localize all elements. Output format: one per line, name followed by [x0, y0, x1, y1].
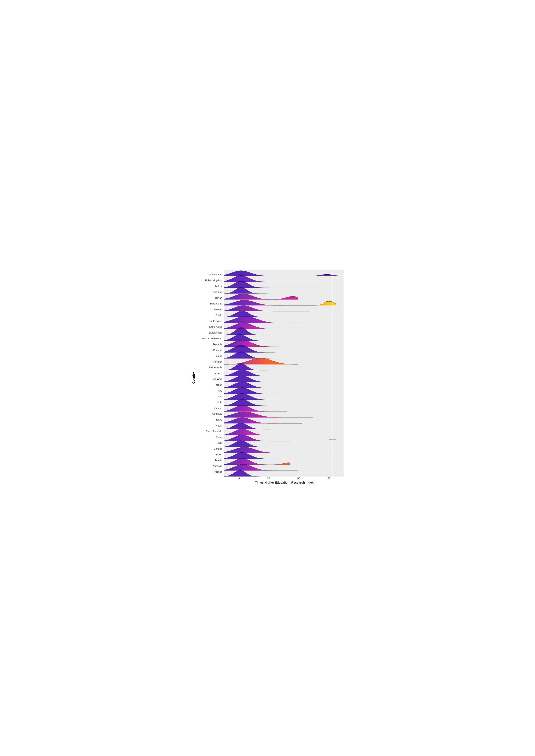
y-label-spain: Spain — [196, 312, 223, 318]
y-label-saudi-arabia: Saudi Arabia — [196, 330, 223, 335]
y-label-china: China — [196, 434, 223, 440]
y-label-australia: Australia — [196, 463, 223, 469]
main-chart-area: Country United StatesUnited KingdomTurke… — [191, 270, 344, 486]
y-label-germany: Germany — [196, 411, 223, 417]
x-ticks: 0306090 — [225, 477, 344, 480]
y-label-taiwan: Taiwan — [196, 295, 223, 301]
y-label-algeria: Algeria — [196, 469, 223, 475]
ridges-svg — [224, 270, 344, 477]
y-label-romania: Romania — [196, 342, 223, 347]
x-tick-60: 60 — [297, 477, 300, 480]
y-label-greece: Greece — [196, 405, 223, 411]
y-label-iran: Iran — [196, 394, 223, 399]
y-label-united-states: United States — [196, 272, 223, 277]
y-label-switzerland: Switzerland — [196, 301, 223, 306]
y-label-brazil: Brazil — [196, 452, 223, 457]
y-labels: United StatesUnited KingdomTurkeyThailan… — [196, 270, 224, 477]
y-axis-label: Country — [191, 270, 196, 486]
y-label-chile: Chile — [196, 440, 223, 446]
plot-area — [224, 270, 344, 477]
right-section: United StatesUnited KingdomTurkeyThailan… — [196, 270, 344, 486]
y-label-india: India — [196, 400, 223, 405]
x-tick-30: 30 — [267, 477, 270, 480]
y-label-czech-republic: Czech Republic — [196, 429, 223, 434]
y-label-netherlands: Netherlands — [196, 365, 223, 370]
y-label-united-kingdom: United Kingdom — [196, 278, 223, 283]
y-label-poland: Poland — [196, 353, 223, 359]
y-label-mexico: Mexico — [196, 370, 223, 376]
y-label-sweden: Sweden — [196, 307, 223, 312]
y-label-japan: Japan — [196, 382, 223, 388]
y-label-france: France — [196, 417, 223, 422]
y-label-malaysia: Malaysia — [196, 376, 223, 382]
chart-container: Country United StatesUnited KingdomTurke… — [191, 270, 344, 486]
y-label-portugal: Portugal — [196, 347, 223, 353]
x-tick-0: 0 — [238, 477, 239, 480]
y-label-south-africa: South Africa — [196, 324, 223, 330]
y-label-pakistan: Pakistan — [196, 359, 223, 365]
y-label-thailand: Thailand — [196, 289, 223, 295]
y-label-canada: Canada — [196, 446, 223, 452]
y-label-turkey: Turkey — [196, 283, 223, 289]
x-tick-90: 90 — [327, 477, 330, 480]
x-axis-area: 0306090 Times Higher Education: Research… — [196, 477, 344, 486]
y-label-south-korea: South Korea — [196, 318, 223, 324]
y-label-austria: Austria — [196, 457, 223, 463]
y-axis-label-text: Country — [192, 372, 195, 384]
y-label-egypt: Egypt — [196, 423, 223, 428]
x-axis-label: Times Higher Education: Research Index — [225, 480, 344, 486]
y-label-russian-federation: Russian Federation — [196, 336, 223, 341]
chart-body: United StatesUnited KingdomTurkeyThailan… — [196, 270, 344, 477]
y-label-italy: Italy — [196, 388, 223, 393]
